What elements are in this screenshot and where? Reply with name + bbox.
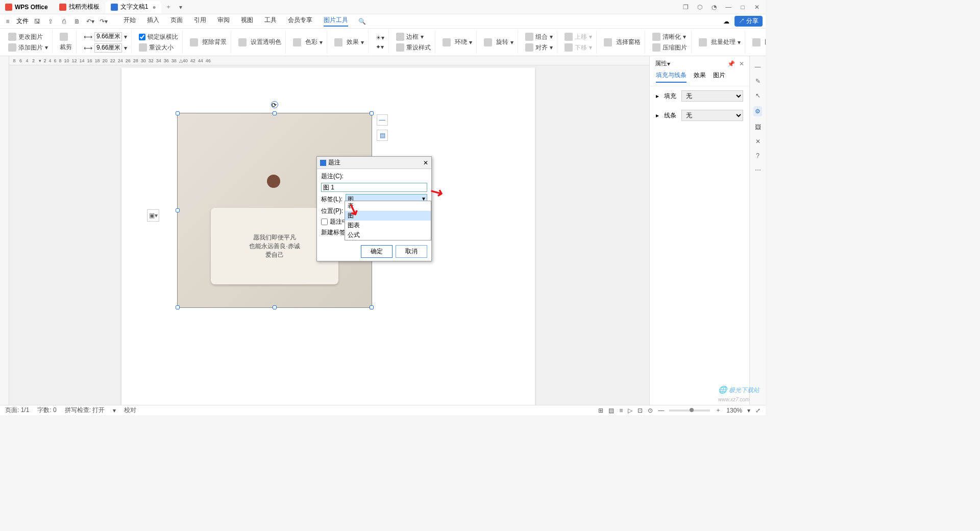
resize-handle-s[interactable] (273, 305, 277, 309)
border-button[interactable]: 边框▾ (396, 33, 431, 41)
feature-icon[interactable]: ⬡ (695, 4, 704, 11)
width-input[interactable] (94, 32, 122, 41)
rotate-button[interactable]: 旋转▾ (484, 38, 513, 46)
tab-document[interactable]: 文字文稿1 ● (106, 1, 161, 13)
batch-button[interactable]: 批量处理▾ (699, 38, 741, 46)
tag-option-chart[interactable]: 图表 (345, 221, 431, 230)
new-label-button[interactable]: 新建标签 (321, 228, 346, 237)
height-field[interactable]: ⟷ ▾ (84, 43, 127, 53)
view-mode-4-icon[interactable]: ▷ (628, 407, 632, 414)
proof-status[interactable]: 校对 (124, 406, 136, 415)
clarity-button[interactable]: 清晰化▾ (652, 33, 687, 41)
file-menu[interactable]: 文件 (16, 17, 29, 26)
undo-icon[interactable]: ↶▾ (86, 17, 95, 26)
edit-tool-icon[interactable]: ✎ (755, 78, 761, 85)
redo-icon[interactable]: ↷▾ (99, 17, 108, 26)
fill-select[interactable]: 无 (681, 90, 743, 102)
zoom-out-button[interactable]: — (658, 407, 664, 414)
caption-checkbox[interactable] (321, 219, 328, 225)
fullscreen-icon[interactable]: ⤢ (755, 407, 761, 414)
new-tab-button[interactable]: ＋ (162, 3, 175, 11)
help-tool-icon[interactable]: ? (756, 152, 760, 159)
view-mode-5-icon[interactable]: ⊡ (638, 407, 643, 414)
close-panel-icon[interactable]: ✕ (739, 60, 744, 67)
brightness-button[interactable]: ☀▾ (376, 34, 384, 41)
line-select[interactable]: 无 (681, 110, 743, 121)
compress-button[interactable]: 压缩图片 (652, 43, 687, 52)
caption-input[interactable] (321, 183, 427, 192)
select-tool-icon[interactable]: ↖ (755, 92, 761, 99)
crop-button[interactable] (60, 33, 72, 41)
tab-reference[interactable]: 引用 (194, 16, 206, 27)
page-indicator-icon[interactable]: ▣▾ (147, 209, 159, 222)
tab-page[interactable]: 页面 (170, 16, 183, 27)
tab-review[interactable]: 审阅 (217, 16, 230, 27)
sharpen-button[interactable]: ✦▾ (376, 43, 384, 51)
zoom-in-button[interactable]: ＋ (715, 406, 721, 415)
tag-option-figure[interactable]: 图 (345, 211, 431, 221)
fit-width-icon[interactable]: ⊙ (648, 407, 653, 414)
close-button[interactable]: ✕ (752, 4, 762, 11)
print-icon[interactable]: ⎙ (59, 17, 68, 26)
image-tool-icon[interactable]: 🖼 (755, 124, 761, 131)
settings-tool-icon[interactable]: ⚙ (753, 106, 762, 116)
page-count[interactable]: 页面: 1/1 (5, 406, 29, 415)
fill-expand-icon[interactable]: ▸ (656, 92, 659, 100)
layout-option-1[interactable]: — (377, 114, 388, 126)
height-input[interactable] (94, 43, 122, 53)
add-picture-button[interactable]: 添加图片▾ (8, 43, 48, 52)
tab-picture-tools[interactable]: 图片工具 (324, 16, 348, 27)
tab-tools[interactable]: 工具 (264, 16, 277, 27)
preview-icon[interactable]: 🗎 (72, 17, 82, 26)
set-transparent-button[interactable]: 设置透明色 (238, 38, 281, 46)
convert-button[interactable]: 图片转换▾ (752, 38, 766, 46)
tab-templates[interactable]: 找稻壳模板 (54, 1, 105, 13)
tab-member[interactable]: 会员专享 (288, 16, 312, 27)
crop-label[interactable]: 裁剪 (60, 43, 72, 52)
line-expand-icon[interactable]: ▸ (656, 112, 659, 119)
remove-bg-button[interactable]: 抠除背景 (190, 38, 227, 46)
resize-handle-se[interactable] (370, 305, 374, 309)
lock-ratio-input[interactable] (139, 34, 145, 40)
more-tool-icon[interactable]: ⋯ (755, 166, 761, 174)
dialog-cancel-button[interactable]: 取消 (396, 245, 427, 258)
layout-option-2[interactable]: ▤ (377, 130, 388, 141)
tab-insert[interactable]: 插入 (147, 16, 159, 27)
user-avatar-icon[interactable]: ◔ (709, 4, 719, 11)
resize-handle-ne[interactable] (370, 111, 374, 115)
dialog-ok-button[interactable]: 确定 (361, 245, 393, 258)
color-button[interactable]: 色彩▾ (293, 38, 323, 46)
combine-button[interactable]: 组合▾ (525, 33, 553, 41)
tab-list-button[interactable]: ▾ (175, 4, 187, 11)
view-mode-2-icon[interactable]: ▤ (608, 407, 614, 414)
cloud-sync-icon[interactable]: ☁ (723, 18, 729, 25)
effect-button[interactable]: 效果▾ (334, 38, 364, 46)
width-field[interactable]: ⟷ ▾ (84, 32, 127, 41)
reset-size-button[interactable]: 重设大小 (139, 43, 178, 52)
export-icon[interactable]: ⇪ (46, 17, 55, 26)
zoom-value[interactable]: 130% (726, 407, 742, 414)
tab-close-icon[interactable]: ● (152, 4, 156, 11)
maximize-button[interactable]: □ (738, 4, 747, 11)
align-button[interactable]: 对齐▾ (525, 43, 553, 52)
collapse-panel-icon[interactable]: — (755, 63, 761, 70)
tab-view[interactable]: 视图 (241, 16, 253, 27)
dialog-close-icon[interactable]: ✕ (423, 159, 428, 166)
save-icon[interactable]: 🖫 (33, 17, 42, 26)
reset-style-button[interactable]: 重设样式 (396, 43, 431, 52)
spellcheck-status[interactable]: 拼写检查: 打开 (65, 406, 105, 415)
share-button[interactable]: ↗ 分享 (734, 16, 763, 27)
tab-start[interactable]: 开始 (124, 16, 136, 27)
resize-handle-n[interactable] (273, 111, 277, 115)
rotate-handle[interactable]: ⟳ (271, 101, 278, 108)
panel-tab-effect[interactable]: 效果 (694, 71, 706, 83)
minimize-button[interactable]: — (724, 4, 733, 11)
tag-option-formula[interactable]: 公式 (345, 230, 431, 240)
layout-mode-icon[interactable]: ❐ (681, 4, 690, 11)
panel-tab-fill[interactable]: 填充与线条 (656, 71, 687, 83)
panel-tab-picture[interactable]: 图片 (713, 71, 725, 83)
resize-handle-nw[interactable] (176, 111, 180, 115)
search-icon[interactable]: 🔍 (357, 17, 366, 26)
measure-tool-icon[interactable]: ✕ (755, 138, 761, 145)
tag-option-table[interactable]: 表 (345, 201, 431, 211)
